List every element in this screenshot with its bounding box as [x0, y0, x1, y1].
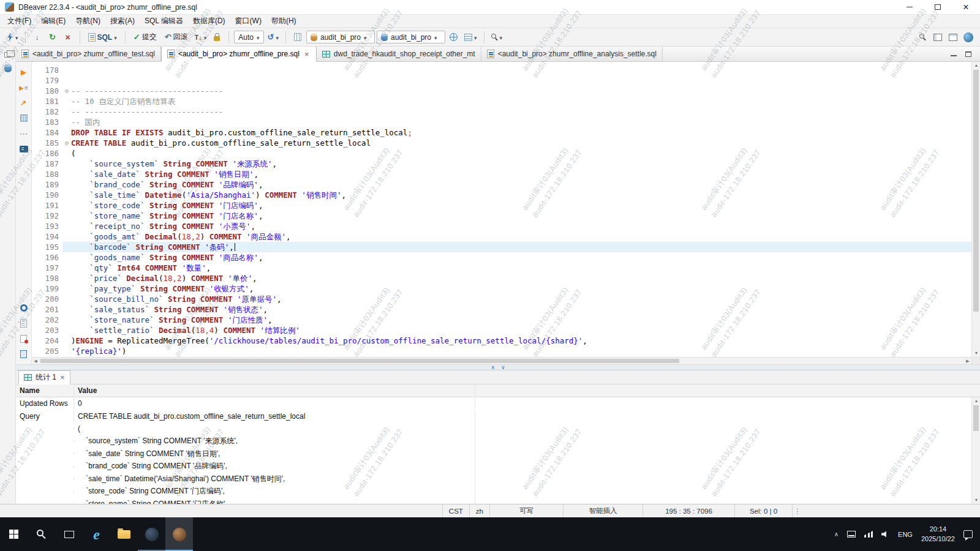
menu-item[interactable]: SQL 编辑器	[140, 15, 188, 28]
export-from-query-button[interactable]	[18, 98, 29, 108]
code-line[interactable]: 196 `goods_name` String COMMENT '商品名称',	[32, 252, 971, 263]
splitter-up-icon[interactable]	[491, 365, 495, 370]
file-explorer-button[interactable]	[110, 517, 138, 551]
commit-mode-combo[interactable]: Auto	[234, 31, 263, 43]
editor-vertical-scrollbar[interactable]	[971, 62, 980, 357]
table-row[interactable]: `brand_code` String COMMENT '品牌编码',	[16, 460, 971, 473]
code-line[interactable]: 195 `barcode` String COMMENT '条码',	[32, 242, 971, 252]
reconnect-button[interactable]	[46, 31, 59, 44]
execution-log-button[interactable]	[18, 334, 29, 343]
code-line[interactable]: 205'{replica}')	[32, 346, 971, 356]
minimize-editor-icon[interactable]	[951, 51, 957, 57]
table-row[interactable]: `sale_time` Datetime('Asia/Shanghai') CO…	[16, 473, 971, 485]
scroll-down-icon[interactable]	[972, 497, 980, 504]
commit-button[interactable]: 提交	[130, 31, 160, 44]
maximize-editor-icon[interactable]	[965, 51, 971, 57]
clock[interactable]: 20:14 2025/10/22	[921, 525, 955, 544]
status-more-icon[interactable]	[793, 504, 802, 517]
code-line[interactable]: 182-- ------------------------------	[32, 107, 971, 117]
code-line[interactable]: 185CREATE TABLE audit_bi_pro.custom_offl…	[32, 138, 971, 148]
code-line[interactable]: 201 `sale_status` String COMMENT '销售状态',	[32, 304, 971, 315]
variables-panel-button[interactable]	[18, 349, 29, 359]
editor-tab[interactable]: <audit_bi_pro> zhumr_offline_pre.sql	[161, 47, 317, 62]
explain-plan-button[interactable]	[18, 113, 29, 123]
dbeaver-taskbar-button[interactable]	[165, 517, 193, 551]
editor-settings-button[interactable]	[18, 303, 29, 313]
code-line[interactable]: 186(	[32, 148, 971, 159]
table-row[interactable]: `source_system` String COMMENT '来源系统',	[16, 435, 971, 448]
code-line[interactable]: 200 `source_bill_no` String COMMENT '原单据…	[32, 294, 971, 304]
search-dropdown-button[interactable]	[489, 31, 505, 44]
perspective-button-1[interactable]	[931, 31, 944, 44]
maximize-button[interactable]	[924, 0, 952, 14]
table-row[interactable]: (	[16, 422, 971, 435]
fold-marker[interactable]	[62, 86, 71, 96]
code-line[interactable]: 193 `receipt_no` String COMMENT '小票号',	[32, 221, 971, 231]
perspective-button-2[interactable]	[946, 31, 960, 44]
status-item[interactable]: 195 : 35 : 7096	[643, 504, 734, 517]
close-button[interactable]	[952, 0, 980, 14]
action-center-button[interactable]	[963, 530, 973, 538]
code-line[interactable]: 203 `settle_ratio` Decimal(18,4) COMMENT…	[32, 325, 971, 335]
menu-item[interactable]: 帮助(H)	[266, 15, 301, 28]
database-navigator-icon[interactable]	[4, 64, 12, 72]
status-item[interactable]: Sel: 0 | 0	[734, 504, 793, 517]
tray-app-button[interactable]	[847, 531, 856, 538]
scroll-down-icon[interactable]	[972, 350, 980, 357]
menu-item[interactable]: 搜索(A)	[105, 15, 140, 28]
schema-combo[interactable]: audit_bi_pro	[377, 31, 445, 43]
code-line[interactable]: 204)ENGINE = ReplicatedMergeTree('/click…	[32, 335, 971, 346]
new-connection-button[interactable]	[5, 31, 20, 44]
language-indicator[interactable]: ENG	[898, 531, 913, 538]
code-line[interactable]: 198 `price` Decimal(18,2) COMMENT '单价',	[32, 273, 971, 283]
tab-close-icon[interactable]	[303, 50, 311, 59]
global-search-button[interactable]	[916, 31, 929, 44]
output-panel-button[interactable]	[18, 318, 29, 328]
scrollbar-thumb[interactable]	[973, 70, 979, 312]
code-line[interactable]: 191 `store_code` String COMMENT '门店编码',	[32, 200, 971, 211]
status-item[interactable]: zh	[469, 504, 489, 517]
code-line[interactable]: 199 `pay_type` String COMMENT '收银方式',	[32, 283, 971, 294]
scroll-up-icon[interactable]	[972, 62, 980, 69]
disconnect-button[interactable]	[61, 31, 75, 44]
code-line[interactable]: 178	[32, 65, 971, 75]
new-sql-editor-button[interactable]: SQL	[85, 31, 120, 44]
code-line[interactable]: 189 `brand_code` String COMMENT '品牌编码',	[32, 179, 971, 190]
code-line[interactable]: 181-- 10 自定义门店销售结算表	[32, 96, 971, 107]
scroll-left-icon[interactable]	[32, 358, 39, 365]
rollback-button[interactable]: 回滚	[162, 31, 191, 44]
code-line[interactable]: 190 `sale_time` Datetime('Asia/Shanghai'…	[32, 190, 971, 200]
connection-combo[interactable]: audit_bi_pro	[306, 31, 375, 43]
code-line[interactable]: 194 `goods_amt` Decimal(18,2) COMMENT '商…	[32, 231, 971, 242]
open-sql-console-button[interactable]	[18, 144, 29, 154]
dbeaver-home-button[interactable]	[962, 31, 975, 44]
menu-item[interactable]: 导航(N)	[70, 15, 105, 28]
splitter-down-icon[interactable]	[501, 365, 505, 370]
code-line[interactable]: 179	[32, 75, 971, 86]
table-row[interactable]: `store_code` String COMMENT '门店编码',	[16, 485, 971, 498]
grid-vertical-scrollbar[interactable]	[971, 397, 980, 504]
editor-tab[interactable]: <audit_bi_pro> zhumr_offline_test.sql	[16, 47, 161, 61]
code-line[interactable]: 197 `qty` Int64 COMMENT '数量',	[32, 263, 971, 273]
scrollbar-thumb[interactable]	[40, 359, 679, 363]
transaction-lock-button[interactable]	[210, 31, 224, 44]
code-line[interactable]: 202 `store_nature` String COMMENT '门店性质'…	[32, 315, 971, 325]
status-item[interactable]: 可写	[489, 504, 563, 517]
show-columns-button[interactable]	[291, 31, 304, 44]
statistics-tab[interactable]: 统计 1	[18, 370, 70, 384]
network-button[interactable]	[864, 531, 873, 538]
scroll-right-icon[interactable]	[964, 358, 971, 365]
code-editor[interactable]: 178179180-- ----------------------------…	[32, 62, 980, 364]
minimize-button[interactable]	[895, 0, 924, 14]
scrollbar-thumb[interactable]	[973, 405, 979, 431]
transaction-log-button[interactable]	[266, 31, 281, 44]
column-header-name[interactable]: Name	[16, 385, 74, 396]
filter-button[interactable]	[462, 31, 479, 44]
execute-statement-button[interactable]	[18, 67, 29, 77]
invalidate-connection-button[interactable]	[31, 31, 44, 44]
taskbar-search-button[interactable]	[28, 517, 55, 551]
editor-horizontal-scrollbar[interactable]	[32, 357, 971, 364]
task-view-button[interactable]	[55, 517, 83, 551]
restore-views-icon[interactable]	[4, 52, 11, 58]
network-button[interactable]	[447, 31, 461, 44]
